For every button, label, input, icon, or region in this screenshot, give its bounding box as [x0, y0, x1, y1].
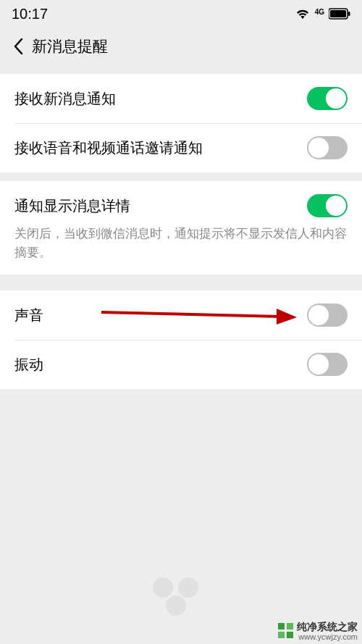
back-button[interactable] [7, 35, 29, 57]
status-time: 10:17 [12, 6, 48, 22]
row-label: 通知显示消息详情 [14, 196, 130, 216]
row-vibrate: 振动 [0, 340, 362, 389]
row-sound: 声音 [0, 290, 362, 340]
row-show-message-detail: 通知显示消息详情 [0, 181, 362, 225]
watermark-logo-icon [148, 573, 214, 624]
svg-rect-11 [287, 632, 293, 638]
battery-icon [329, 8, 350, 20]
toggle-receive-new-messages[interactable] [307, 87, 348, 110]
wifi-icon [295, 7, 311, 20]
watermark: 纯净系统之家 www.ycwjzy.com [278, 622, 358, 641]
status-bar: 10:17 4G [0, 0, 362, 28]
desc-text: 关闭后，当收到微信消息时，通知提示将不显示发信人和内容摘要。 [14, 225, 348, 262]
svg-rect-2 [348, 12, 350, 16]
toggle-receive-call-invites[interactable] [307, 136, 348, 159]
row-receive-call-invites: 接收语音和视频通话邀请通知 [0, 123, 362, 172]
toggle-show-message-detail[interactable] [307, 194, 348, 217]
svg-rect-10 [278, 632, 285, 638]
section-gap [0, 65, 362, 74]
page-title: 新消息提醒 [32, 36, 108, 57]
network-type: 4G [315, 9, 324, 16]
header: 新消息提醒 [0, 28, 362, 65]
watermark-url: www.ycwjzy.com [298, 632, 358, 641]
toggle-vibrate[interactable] [307, 353, 348, 376]
toggle-sound[interactable] [307, 304, 348, 327]
row-label: 接收新消息通知 [14, 89, 116, 109]
section-gap [0, 275, 362, 290]
chevron-left-icon [13, 38, 23, 55]
svg-rect-1 [330, 10, 346, 17]
svg-rect-8 [278, 623, 285, 630]
svg-point-6 [178, 577, 198, 598]
svg-point-5 [153, 577, 173, 598]
watermark-brand: 纯净系统之家 [297, 622, 358, 632]
row-label: 接收语音和视频通话邀请通知 [14, 138, 203, 158]
svg-point-7 [166, 595, 186, 616]
row-label: 振动 [14, 355, 43, 375]
watermark-brand-icon [278, 623, 294, 639]
row-receive-new-messages: 接收新消息通知 [0, 74, 362, 123]
svg-rect-9 [287, 623, 293, 630]
status-icons: 4G [295, 7, 350, 20]
row-desc: 关闭后，当收到微信消息时，通知提示将不显示发信人和内容摘要。 [0, 225, 362, 275]
row-label: 声音 [14, 306, 43, 325]
section-gap [0, 172, 362, 181]
